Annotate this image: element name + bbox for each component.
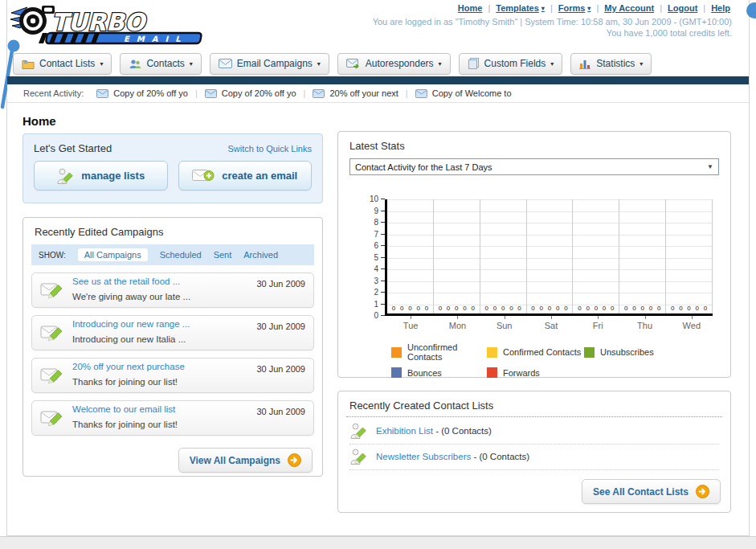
chevron-down-icon: ▾ xyxy=(190,60,193,68)
campaign-subtitle: Thanks for joining our list! xyxy=(72,420,178,429)
nav-separator: | xyxy=(660,3,662,13)
campaign-date: 30 Jun 2009 xyxy=(256,279,305,289)
recent-activity-bar: Recent Activity: Copy of 20% off yo|Copy… xyxy=(7,84,749,103)
recent-activity-item[interactable]: 20% off your next xyxy=(313,88,398,98)
bar-value-label: 0 xyxy=(392,305,395,312)
chart-group-mon: 00000 xyxy=(434,199,480,313)
bar-value-label: 0 xyxy=(657,305,660,312)
bar-value-label: 0 xyxy=(564,305,567,312)
manage-lists-button[interactable]: manage lists xyxy=(34,161,168,191)
campaign-subtitle: We're giving away our late ... xyxy=(72,292,190,301)
chart-group-thu: 00000 xyxy=(619,199,666,313)
chart-y-axis: 012345678910 xyxy=(361,199,385,316)
bar-value-label: 0 xyxy=(400,305,403,312)
contact-list-link[interactable]: Newsletter Subscribers xyxy=(376,452,471,461)
envelope-icon xyxy=(219,59,232,68)
contact-list-item[interactable]: Exhibition List - (0 Contacts) xyxy=(349,419,719,445)
svg-text:TURBO: TURBO xyxy=(51,8,148,36)
recent-activity-item[interactable]: Copy of 20% off yo xyxy=(96,88,188,98)
contact-list-count: - (0 Contacts) xyxy=(471,452,529,461)
tab-label: Statistics xyxy=(596,58,635,69)
nav-link-templates[interactable]: Templates ▾ xyxy=(496,3,545,13)
bar-value-label: 0 xyxy=(455,305,458,312)
envelope-pencil-icon xyxy=(40,408,64,428)
y-tick-label: 3 xyxy=(374,277,378,285)
filter-archived[interactable]: Archived xyxy=(243,250,278,260)
arrow-circle-icon xyxy=(288,453,301,467)
stats-report-select[interactable]: Contact Activity for the Last 7 Days ▼ xyxy=(349,158,719,175)
pages-icon xyxy=(468,58,480,69)
campaign-row[interactable]: Welcome to our email listThanks for join… xyxy=(31,400,314,436)
nav-link-logout[interactable]: Logout xyxy=(668,3,697,13)
create-an-email-button[interactable]: create an email xyxy=(178,161,313,191)
nav-link-my-account[interactable]: My Account xyxy=(604,3,654,13)
bar-value-label: 0 xyxy=(439,305,442,312)
recent-activity-item[interactable]: Copy of Welcome to xyxy=(415,88,512,98)
campaign-row[interactable]: Introducing our new range ...Introducing… xyxy=(31,315,314,350)
legend-item-unsubscribes: Unsubscribes xyxy=(584,342,654,362)
campaigns-panel-title: Recently Edited Campaigns xyxy=(23,218,322,243)
bar-value-label: 0 xyxy=(624,305,627,312)
filter-all-campaigns[interactable]: All Campaigns xyxy=(78,248,148,261)
campaign-title-link[interactable]: Introducing our new range ... xyxy=(72,318,248,330)
chart-x-axis: TueMonSunSatFriThuWed xyxy=(387,316,715,330)
arrow-circle-icon xyxy=(696,485,709,498)
nav-link-forms[interactable]: Forms ▾ xyxy=(558,3,591,13)
bar-value-label: 0 xyxy=(463,305,466,312)
campaign-row[interactable]: 20% off your next purchaseThanks for joi… xyxy=(31,358,314,393)
campaign-subtitle: Thanks for joining our list! xyxy=(72,377,178,387)
y-tick-label: 6 xyxy=(374,241,378,250)
tab-label: Email Campaigns xyxy=(237,58,313,69)
campaign-title-link[interactable]: See us at the retail food ... xyxy=(72,276,248,288)
tab-email-campaigns[interactable]: Email Campaigns▾ xyxy=(210,53,329,75)
activity-item-label: Copy of 20% off yo xyxy=(113,88,188,98)
contact-list-items: Exhibition List - (0 Contacts) Newslette… xyxy=(338,417,730,470)
tab-contact-lists[interactable]: Contact Lists▾ xyxy=(13,53,112,75)
nav-link-home[interactable]: Home xyxy=(458,3,483,13)
nav-separator: | xyxy=(488,3,490,13)
tab-contacts[interactable]: Contacts▾ xyxy=(120,53,201,75)
tab-custom-fields[interactable]: Custom Fields▾ xyxy=(459,53,563,75)
page-footer xyxy=(0,536,756,549)
bar-value-label: 0 xyxy=(603,305,606,312)
campaign-row[interactable]: See us at the retail food ...We're givin… xyxy=(31,272,314,308)
tab-label: Contacts xyxy=(146,58,184,69)
stats-select-value: Contact Activity for the Last 7 Days xyxy=(355,162,492,172)
filter-sent[interactable]: Sent xyxy=(214,250,232,260)
view-all-campaigns-button[interactable]: View All Campaigns xyxy=(178,448,313,473)
folder-icon xyxy=(22,59,35,69)
tab-statistics[interactable]: Statistics▾ xyxy=(570,53,652,75)
switch-to-quick-links-link[interactable]: Switch to Quick Links xyxy=(227,144,312,154)
stats-panel-title: Latest Stats xyxy=(338,132,730,157)
bar-value-label: 0 xyxy=(578,305,581,312)
recent-activity-item[interactable]: Copy of 20% off yo xyxy=(205,88,296,98)
campaign-title-link[interactable]: 20% off your next purchase xyxy=(72,361,248,373)
legend-swatch-icon xyxy=(391,367,402,378)
bar-value-labels: 00000 xyxy=(666,305,712,312)
chart-group-wed: 00000 xyxy=(666,199,713,313)
nav-link-help[interactable]: Help xyxy=(711,3,730,13)
contact-list-count: - (0 Contacts) xyxy=(433,426,492,436)
tab-autoresponders[interactable]: Autoresponders▾ xyxy=(337,53,451,75)
activity-item-label: Copy of 20% off yo xyxy=(222,88,296,98)
legend-swatch-icon xyxy=(584,347,595,358)
legend-item-bounces: Bounces xyxy=(391,367,487,378)
login-info: You are logged in as "Timothy Smith" | S… xyxy=(373,17,732,27)
x-tick-label: Thu xyxy=(621,316,668,330)
get-started-title: Let's Get Started xyxy=(34,142,112,154)
bar-value-label: 0 xyxy=(595,305,598,312)
see-all-contact-lists-button[interactable]: See All Contact Lists xyxy=(582,479,721,504)
bar-value-label: 0 xyxy=(611,305,614,312)
bar-value-label: 0 xyxy=(679,305,682,312)
campaign-date: 30 Jun 2009 xyxy=(256,322,305,331)
y-tick-label: 8 xyxy=(374,218,378,227)
contact-list-item[interactable]: Newsletter Subscribers - (0 Contacts) xyxy=(349,445,719,470)
campaign-title-link[interactable]: Welcome to our email list xyxy=(72,404,248,416)
bar-value-label: 0 xyxy=(501,305,505,312)
filter-scheduled[interactable]: Scheduled xyxy=(160,250,202,260)
contact-list-link[interactable]: Exhibition List xyxy=(376,426,433,436)
envelope-icon xyxy=(205,89,217,98)
chart-group-tue: 00000 xyxy=(387,199,434,313)
bar-value-label: 0 xyxy=(509,305,513,312)
x-tick-label: Wed xyxy=(668,316,715,330)
